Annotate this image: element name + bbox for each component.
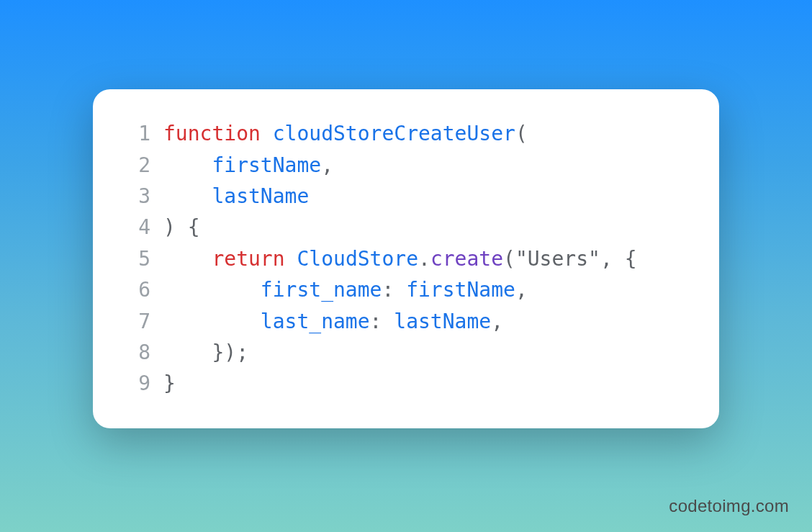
- code-token: [285, 247, 297, 271]
- line-number: 4: [122, 212, 150, 243]
- code-line-content: return CloudStore.create("Users", {: [163, 243, 637, 274]
- code-token: cloudStoreCreateUser: [273, 122, 515, 145]
- code-line-content: }: [163, 368, 176, 399]
- code-line: 7 last_name: lastName,: [122, 306, 683, 337]
- code-token: (: [515, 122, 528, 145]
- line-number: 2: [122, 150, 150, 181]
- line-number: 6: [122, 274, 150, 305]
- code-token: return: [212, 247, 284, 271]
- code-token: [163, 153, 212, 177]
- code-token: first_name: [261, 278, 382, 302]
- code-line: 4) {: [122, 212, 683, 243]
- line-number: 7: [122, 306, 150, 337]
- code-token: .: [418, 247, 430, 271]
- code-line: 3 lastName: [122, 181, 683, 212]
- code-line: 8 });: [122, 337, 683, 368]
- code-token: (: [503, 247, 515, 271]
- line-number: 5: [122, 243, 150, 274]
- code-token: [163, 184, 212, 208]
- code-token: lastName: [212, 184, 309, 208]
- code-line-content: });: [163, 337, 248, 368]
- code-line: 1function cloudStoreCreateUser(: [122, 118, 683, 149]
- code-token: ,: [515, 278, 528, 302]
- code-token: [261, 122, 273, 145]
- code-card: 1function cloudStoreCreateUser(2 firstNa…: [93, 89, 719, 428]
- code-token: :: [382, 278, 406, 302]
- code-line-content: first_name: firstName,: [163, 274, 528, 305]
- line-number: 8: [122, 337, 150, 368]
- code-token: [163, 247, 212, 271]
- line-number: 9: [122, 368, 150, 399]
- code-line-content: lastName: [163, 181, 309, 212]
- code-token: create: [430, 247, 503, 271]
- code-line-content: ) {: [163, 212, 200, 243]
- code-line: 2 firstName,: [122, 150, 683, 181]
- code-line: 5 return CloudStore.create("Users", {: [122, 243, 683, 274]
- code-line-content: function cloudStoreCreateUser(: [163, 118, 528, 149]
- code-token: firstName: [406, 278, 515, 302]
- code-token: firstName: [212, 153, 321, 177]
- code-token: last_name: [261, 310, 370, 333]
- code-token: }: [163, 371, 176, 395]
- code-token: function: [163, 122, 261, 145]
- code-token: "Users": [515, 247, 600, 271]
- code-token: , {: [600, 247, 637, 271]
- code-token: [163, 278, 261, 302]
- watermark: codetoimg.com: [669, 496, 789, 516]
- code-token: ,: [321, 153, 333, 177]
- code-line: 9}: [122, 368, 683, 399]
- code-line-content: firstName,: [163, 150, 333, 181]
- code-line-content: last_name: lastName,: [163, 306, 503, 337]
- code-token: lastName: [394, 310, 491, 333]
- code-block: 1function cloudStoreCreateUser(2 firstNa…: [122, 118, 683, 400]
- line-number: 3: [122, 181, 150, 212]
- code-token: :: [370, 310, 394, 333]
- code-token: [163, 310, 261, 333]
- code-token: ) {: [163, 215, 200, 239]
- code-token: CloudStore: [297, 247, 418, 271]
- code-token: });: [163, 341, 248, 364]
- line-number: 1: [122, 118, 150, 149]
- code-line: 6 first_name: firstName,: [122, 274, 683, 305]
- code-token: ,: [491, 310, 503, 333]
